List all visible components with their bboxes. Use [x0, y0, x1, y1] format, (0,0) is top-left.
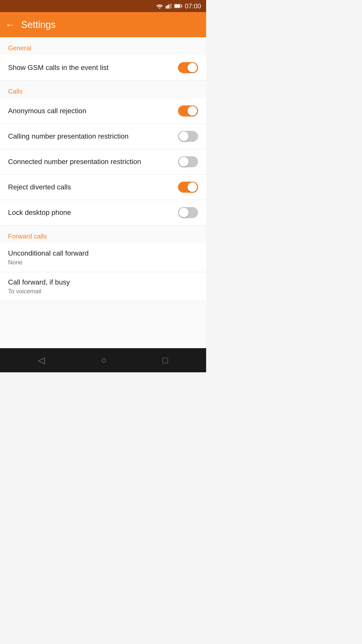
svg-rect-4 — [169, 4, 170, 9]
status-bar: 07:00 — [0, 0, 206, 12]
calls-section-header: Calls — [0, 80, 206, 98]
lock-desktop-phone-label: Lock desktop phone — [8, 209, 178, 217]
wifi-icon — [156, 4, 163, 9]
unconditional-call-forward-row[interactable]: Unconditional call forward None — [0, 243, 206, 272]
show-gsm-calls-label: Show GSM calls in the event list — [8, 64, 178, 72]
recent-nav-icon[interactable]: □ — [163, 355, 168, 366]
connected-number-presentation-label: Connected number presentation restrictio… — [8, 158, 178, 166]
connected-number-presentation-row[interactable]: Connected number presentation restrictio… — [0, 149, 206, 175]
settings-content: General Show GSM calls in the event list… — [0, 37, 206, 348]
toggle-knob — [179, 208, 189, 217]
toggle-knob — [188, 106, 197, 116]
call-forward-if-busy-title: Call forward, if busy — [8, 278, 198, 286]
reject-diverted-calls-label: Reject diverted calls — [8, 183, 178, 191]
calling-number-presentation-row[interactable]: Calling number presentation restriction — [0, 124, 206, 149]
show-gsm-calls-toggle[interactable] — [178, 62, 198, 73]
anonymous-call-rejection-label: Anonymous call rejection — [8, 107, 178, 115]
anonymous-call-rejection-row[interactable]: Anonymous call rejection — [0, 98, 206, 124]
nav-bar: ◁ ○ □ — [0, 348, 206, 372]
toggle-knob — [179, 157, 189, 167]
calling-number-presentation-toggle[interactable] — [178, 131, 198, 142]
svg-rect-3 — [168, 5, 169, 9]
status-time: 07:00 — [185, 2, 201, 10]
signal-icon — [166, 4, 172, 9]
toggle-knob — [188, 182, 197, 192]
svg-rect-7 — [174, 5, 180, 8]
battery-icon — [174, 4, 182, 8]
svg-rect-1 — [166, 6, 167, 9]
toggle-knob — [188, 63, 197, 72]
unconditional-call-forward-subtitle: None — [8, 259, 198, 266]
general-section-header: General — [0, 37, 206, 55]
lock-desktop-phone-toggle[interactable] — [178, 207, 198, 218]
toggle-knob — [179, 132, 189, 141]
status-icons: 07:00 — [156, 2, 201, 10]
show-gsm-calls-row[interactable]: Show GSM calls in the event list — [0, 55, 206, 80]
call-forward-if-busy-row[interactable]: Call forward, if busy To voicemail — [0, 272, 206, 301]
anonymous-call-rejection-toggle[interactable] — [178, 105, 198, 116]
call-forward-if-busy-subtitle: To voicemail — [8, 288, 198, 295]
svg-point-0 — [159, 8, 160, 9]
reject-diverted-calls-toggle[interactable] — [178, 182, 198, 193]
svg-rect-2 — [167, 5, 168, 9]
calling-number-presentation-label: Calling number presentation restriction — [8, 132, 178, 140]
svg-rect-5 — [171, 4, 172, 9]
home-nav-icon[interactable]: ○ — [101, 355, 107, 366]
back-nav-icon[interactable]: ◁ — [38, 355, 45, 366]
page-title: Settings — [21, 19, 56, 30]
forward-calls-section-header: Forward calls — [0, 225, 206, 243]
app-bar: ← Settings — [0, 12, 206, 37]
reject-diverted-calls-row[interactable]: Reject diverted calls — [0, 175, 206, 200]
unconditional-call-forward-title: Unconditional call forward — [8, 249, 198, 257]
lock-desktop-phone-row[interactable]: Lock desktop phone — [0, 200, 206, 225]
back-button[interactable]: ← — [5, 20, 15, 30]
svg-rect-8 — [182, 5, 182, 7]
connected-number-presentation-toggle[interactable] — [178, 156, 198, 167]
